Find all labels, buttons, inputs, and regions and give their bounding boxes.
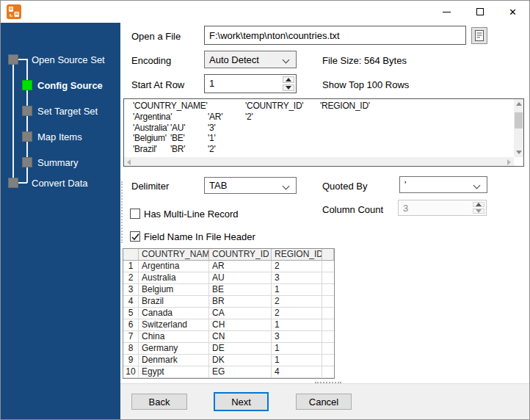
- start-at-row-stepper[interactable]: 1: [204, 74, 297, 93]
- grid-cell[interactable]: Argentina: [139, 261, 209, 272]
- table-row: 2AustraliaAU3: [123, 272, 334, 284]
- grid-cell[interactable]: China: [139, 331, 209, 343]
- sidebar-step-map-items: Map Items: [37, 132, 82, 142]
- delimiter-select[interactable]: TAB: [204, 177, 297, 194]
- file-path-value: F:\work\temp\nton\countries.txt: [209, 30, 340, 41]
- grid-cell[interactable]: 1: [272, 284, 322, 296]
- multiline-label: Has Multi-Line Record: [144, 209, 239, 220]
- sidebar-step-convert-data: Convert Data: [32, 178, 88, 189]
- scroll-down-icon[interactable]: [516, 151, 522, 154]
- grid-filler-cell: [322, 366, 334, 378]
- grid-cell[interactable]: Denmark: [139, 355, 209, 366]
- table-row: 9DenmarkDK1: [123, 355, 334, 366]
- scroll-right-icon[interactable]: [507, 159, 511, 165]
- scroll-left-icon[interactable]: [127, 159, 131, 165]
- column-count-stepper: 3: [398, 200, 487, 216]
- step-box-map-items: [22, 131, 32, 142]
- step-box-open-source-set: [8, 54, 18, 65]
- parsed-data-grid[interactable]: COUNTRY_NAMECOUNTRY_IDREGION_ID1Argentin…: [123, 248, 335, 379]
- grid-header-cell[interactable]: REGION_ID: [272, 249, 322, 261]
- grid-cell[interactable]: 1: [272, 343, 322, 355]
- close-button[interactable]: ✕: [496, 1, 529, 23]
- table-row: 6SwitzerlandCH1: [123, 319, 334, 331]
- scroll-up-icon[interactable]: [516, 102, 522, 106]
- grid-cell[interactable]: 4: [123, 296, 139, 308]
- grid-cell[interactable]: 1: [272, 319, 322, 331]
- grid-cell[interactable]: 10: [123, 366, 139, 378]
- show-top-rows-text: Show Top 100 Rows: [322, 79, 409, 90]
- grid-cell[interactable]: 2: [272, 261, 322, 272]
- grid-cell[interactable]: 1: [123, 261, 139, 272]
- horizontal-scrollbar[interactable]: [124, 157, 514, 166]
- grid-cell[interactable]: 2: [272, 296, 322, 308]
- grid-filler-cell: [322, 308, 334, 319]
- grid-cell[interactable]: Brazil: [139, 296, 209, 308]
- grid-cell[interactable]: Belgium: [139, 284, 209, 296]
- encoding-select[interactable]: Auto Detect: [204, 51, 297, 68]
- cancel-button[interactable]: Cancel: [296, 394, 352, 410]
- horizontal-splitter-grip[interactable]: [315, 382, 341, 383]
- title-bar: ✕: [1, 1, 529, 23]
- grid-cell[interactable]: CN: [209, 331, 272, 343]
- minimize-button[interactable]: [430, 1, 463, 23]
- step-down-button[interactable]: [283, 84, 294, 91]
- raw-preview-box[interactable]: 'COUNTRY_NAME' 'COUNTRY_ID' 'REGION_ID' …: [123, 98, 524, 167]
- grid-cell[interactable]: DK: [209, 355, 272, 366]
- sidebar-step-open-source-set: Open Source Set: [32, 55, 105, 65]
- vertical-scrollbar[interactable]: [514, 99, 523, 157]
- grid-cell[interactable]: Egypt: [139, 366, 209, 378]
- vertical-splitter-grip[interactable]: [121, 181, 123, 243]
- grid-cell[interactable]: 3: [272, 272, 322, 284]
- grid-cell[interactable]: 2: [272, 308, 322, 319]
- quoted-by-label: Quoted By: [322, 181, 367, 192]
- quoted-by-select[interactable]: ': [399, 176, 487, 193]
- quoted-by-value: ': [404, 179, 406, 190]
- grid-cell[interactable]: 3: [272, 331, 322, 343]
- grid-cell[interactable]: 4: [272, 366, 322, 378]
- browse-file-button[interactable]: [471, 27, 487, 44]
- open-file-label: Open a File: [131, 31, 181, 42]
- field-header-checkbox[interactable]: [130, 231, 140, 242]
- next-button[interactable]: Next: [214, 392, 269, 411]
- grid-cell[interactable]: 8: [123, 343, 139, 355]
- grid-cell[interactable]: Australia: [139, 272, 209, 284]
- grid-cell[interactable]: 6: [123, 319, 139, 331]
- table-row: 4BrazilBR2: [123, 296, 334, 308]
- file-path-input[interactable]: F:\work\temp\nton\countries.txt: [204, 26, 466, 45]
- grid-cell[interactable]: BR: [209, 296, 272, 308]
- maximize-button[interactable]: [463, 1, 496, 23]
- grid-header-cell[interactable]: [123, 249, 139, 261]
- grid-header-row: COUNTRY_NAMECOUNTRY_IDREGION_ID: [123, 249, 334, 261]
- back-button[interactable]: Back: [131, 394, 187, 410]
- grid-cell[interactable]: Germany: [139, 343, 209, 355]
- grid-filler-cell: [322, 272, 334, 284]
- tree-line-bottom: [18, 182, 27, 184]
- grid-cell[interactable]: 5: [123, 308, 139, 319]
- grid-cell[interactable]: Switzerland: [139, 319, 209, 331]
- step-up-button[interactable]: [283, 76, 294, 83]
- cancel-button-label: Cancel: [309, 397, 338, 408]
- grid-cell[interactable]: AR: [209, 261, 272, 272]
- grid-cell[interactable]: BE: [209, 284, 272, 296]
- grid-cell[interactable]: CA: [209, 308, 272, 319]
- multiline-checkbox[interactable]: [130, 209, 140, 219]
- grid-cell[interactable]: 9: [123, 355, 139, 366]
- grid-filler-cell: [322, 284, 334, 296]
- grid-cell[interactable]: 2: [123, 272, 139, 284]
- chevron-down-icon: [283, 183, 290, 190]
- arrow-down-icon: [476, 209, 482, 213]
- table-row: 5CanadaCA2: [123, 308, 334, 319]
- grid-cell[interactable]: 7: [123, 331, 139, 343]
- grid-cell[interactable]: DE: [209, 343, 272, 355]
- table-row: 8GermanyDE1: [123, 343, 334, 355]
- step-box-set-target-set: [22, 106, 32, 116]
- grid-cell[interactable]: AU: [209, 272, 272, 284]
- grid-header-cell[interactable]: COUNTRY_ID: [209, 249, 272, 261]
- grid-cell[interactable]: 1: [272, 355, 322, 366]
- grid-cell[interactable]: Canada: [139, 308, 209, 319]
- grid-cell[interactable]: 3: [123, 284, 139, 296]
- grid-cell[interactable]: CH: [209, 319, 272, 331]
- grid-cell[interactable]: EG: [209, 366, 272, 378]
- grid-header-cell[interactable]: COUNTRY_NAME: [139, 249, 209, 261]
- vertical-scroll-thumb[interactable]: [515, 112, 523, 128]
